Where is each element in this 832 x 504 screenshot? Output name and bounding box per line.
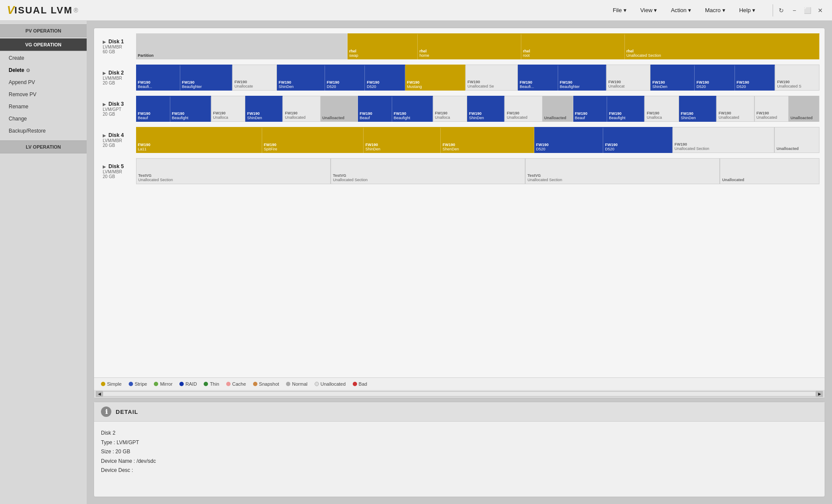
disk-label-3[interactable]: ▶ Disk 3 LVM/GPT 20 GB — [99, 96, 136, 122]
seg-d3-7[interactable]: FW190Beauf — [358, 96, 392, 122]
seg-d2-4[interactable]: FW190ShinDen — [277, 65, 325, 91]
seg-d3-5[interactable]: FW190Unallocated — [283, 96, 320, 122]
seg-d3-1[interactable]: FW190Beauf — [136, 96, 170, 122]
menu-view[interactable]: View ▾ — [634, 3, 664, 17]
legend-thin: Thin — [204, 381, 219, 387]
sidebar-item-create[interactable]: Create — [0, 52, 87, 64]
seg-d3-2[interactable]: FW190Beaufight — [170, 96, 211, 122]
segment-d1-root[interactable]: rhel root — [521, 33, 625, 59]
horizontal-scrollbar[interactable]: ◀ ▶ — [94, 390, 825, 398]
detail-device-name-value: /dev/sdc — [136, 458, 156, 464]
seg-d2-12[interactable]: FW190ShinDen — [650, 65, 695, 91]
seg-d2-5[interactable]: FW190D520 — [325, 65, 365, 91]
seg-d2-7[interactable]: FW190Mustang — [405, 65, 465, 91]
seg-d3-8[interactable]: FW190Beaufight — [392, 96, 433, 122]
menu-macro[interactable]: Macro ▾ — [698, 3, 732, 17]
seg-d3-13[interactable]: FW190Beauf — [573, 96, 608, 122]
seg-d3-17[interactable]: FW190Unallocated — [716, 96, 754, 122]
window-maximize-button[interactable]: ⬜ — [803, 6, 812, 15]
sidebar-item-delete[interactable]: Delete ⊙ — [0, 64, 87, 76]
seg-d4-4[interactable]: FW190ShenDen — [441, 127, 534, 153]
disk-label-4[interactable]: ▶ Disk 4 LVM/MBR 20 GB — [99, 127, 136, 153]
disk-segments-2: FW190Beaufi... FW190Beaufighter FW190Una… — [136, 65, 819, 91]
seg-d4-8[interactable]: Unalloacted — [774, 127, 819, 153]
seg-d2-14[interactable]: FW190D520 — [735, 65, 775, 91]
scroll-left-arrow[interactable]: ◀ — [96, 391, 103, 397]
seg-d3-12[interactable]: Unalloacted — [543, 96, 573, 122]
seg-d2-10[interactable]: FW190Beaufighter — [558, 65, 606, 91]
seg-vg: swap — [349, 53, 416, 58]
seg-d3-4[interactable]: FW190ShinDen — [245, 96, 283, 122]
seg-d4-6[interactable]: FW190D520 — [603, 127, 672, 153]
seg-d2-13[interactable]: FW190D520 — [695, 65, 735, 91]
seg-d3-18[interactable]: FW190Unallocated — [754, 96, 789, 122]
seg-d2-11[interactable]: FW190Unallocat — [606, 65, 651, 91]
menu-help[interactable]: Help ▾ — [732, 3, 762, 17]
disk-label-1[interactable]: ▶ Disk 1 LVM/MBR 60 GB — [99, 33, 136, 59]
seg-d5-2[interactable]: TestVGUnallocated Section — [331, 158, 525, 184]
seg-name: Partition — [138, 53, 345, 58]
seg-d3-10[interactable]: FW190ShinDen — [467, 96, 504, 122]
disk-row-4: ▶ Disk 4 LVM/MBR 20 GB FW190La11 FW190Sp… — [99, 127, 819, 153]
seg-d4-7[interactable]: FW190Unallocated Section — [673, 127, 774, 153]
menu-file[interactable]: File ▾ — [606, 3, 634, 17]
seg-d2-2[interactable]: FW190Beaufighter — [180, 65, 232, 91]
legend-stripe: Stripe — [129, 381, 147, 387]
seg-d3-16[interactable]: FW190ShinDen — [679, 96, 716, 122]
legend-dot-thin — [204, 382, 208, 386]
sidebar-section-pv-operation[interactable]: PV OPERATION — [0, 24, 87, 37]
legend-simple: Simple — [101, 381, 122, 387]
sidebar-section-lv-operation[interactable]: LV OPERATION — [0, 140, 87, 153]
segment-d1-swap[interactable]: rhel swap — [348, 33, 418, 59]
legend-dot-mirror — [154, 382, 158, 386]
detail-body: Disk 2 Type : LVM/GPT Size : 20 GB Devic… — [94, 422, 825, 482]
seg-d2-3[interactable]: FW190Unallocate — [232, 65, 277, 91]
disk-arrow-1: ▶ Disk 1 — [103, 39, 133, 45]
segment-d1-partition[interactable]: Partition — [136, 33, 348, 59]
seg-d3-11[interactable]: FW190Unallocated — [504, 96, 542, 122]
window-close-button[interactable]: ✕ — [816, 6, 825, 15]
sidebar-section-vg-operation[interactable]: VG OPERATION — [0, 38, 87, 51]
seg-d5-4[interactable]: Unallocated — [720, 158, 819, 184]
seg-d4-5[interactable]: FW190D520 — [534, 127, 603, 153]
seg-d5-1[interactable]: TestVGUnallocated Section — [136, 158, 331, 184]
sidebar-item-remove-pv[interactable]: Remove PV — [0, 88, 87, 101]
segment-d1-home[interactable]: rhel home — [418, 33, 521, 59]
seg-name: rhel — [349, 49, 416, 53]
segment-d1-unallocated[interactable]: rhel Unallocated Section — [625, 33, 819, 59]
seg-d2-15[interactable]: FW190Unallocated S — [775, 65, 819, 91]
logo-text: ISUAL LVM — [14, 5, 73, 16]
detail-size-label: Size : — [101, 449, 114, 455]
seg-d2-9[interactable]: FW190Beaufi... — [518, 65, 558, 91]
seg-d4-2[interactable]: FW190SpitFire — [262, 127, 364, 153]
legend-dot-bad — [353, 382, 357, 386]
seg-d4-1[interactable]: FW190La11 — [136, 127, 262, 153]
sidebar-item-backup-restore[interactable]: Backup/Restore — [0, 125, 87, 137]
sidebar-item-change[interactable]: Change — [0, 113, 87, 125]
menu-action[interactable]: Action ▾ — [664, 3, 698, 17]
seg-d3-14[interactable]: FW190Beaufight — [607, 96, 644, 122]
seg-name: rhel — [523, 49, 623, 53]
seg-d2-8[interactable]: FW190Unallocated Se — [465, 65, 518, 91]
menubar: V ISUAL LVM ® File ▾ View ▾ Action ▾ Mac… — [0, 0, 832, 21]
seg-d5-3[interactable]: TestVGUnallocated Section — [525, 158, 720, 184]
disk-label-5[interactable]: ▶ Disk 5 LVM/MBR 20 GB — [99, 158, 136, 184]
seg-d3-9[interactable]: FW190Unalloca — [433, 96, 468, 122]
scroll-right-arrow[interactable]: ▶ — [816, 391, 823, 397]
seg-d3-3[interactable]: FW190Unalloca — [211, 96, 246, 122]
seg-d2-1[interactable]: FW190Beaufi... — [136, 65, 180, 91]
window-refresh-button[interactable]: ↻ — [777, 6, 786, 15]
disk-label-2[interactable]: ▶ Disk 2 LVM/MBR 20 GB — [99, 65, 136, 91]
sidebar-item-append-pv[interactable]: Append PV — [0, 76, 87, 88]
seg-d3-19[interactable]: Unalloacted — [789, 96, 819, 122]
seg-d3-15[interactable]: FW190Unalloca — [644, 96, 679, 122]
disk-row-1: ▶ Disk 1 LVM/MBR 60 GB Partition r — [99, 33, 819, 59]
detail-type-row: Type : LVM/GPT — [101, 438, 818, 448]
seg-d3-6[interactable]: Unalloacted — [321, 96, 358, 122]
sidebar-item-rename[interactable]: Rename — [0, 101, 87, 113]
window-minimize-button[interactable]: − — [790, 6, 799, 15]
seg-d4-3[interactable]: FW190ShinDen — [364, 127, 441, 153]
scroll-track[interactable] — [103, 391, 816, 397]
seg-vg: home — [419, 53, 519, 58]
seg-d2-6[interactable]: FW190D520 — [365, 65, 405, 91]
